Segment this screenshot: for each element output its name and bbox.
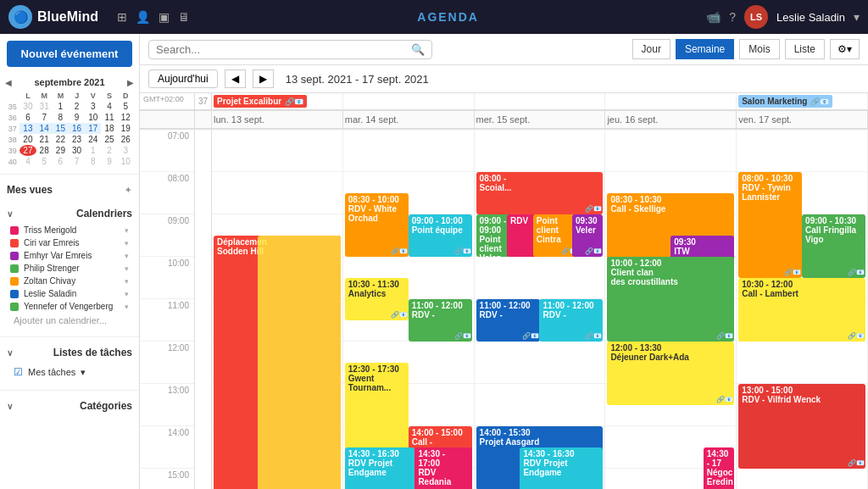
categories-header[interactable]: ∨ Catégories <box>7 397 132 414</box>
mini-cal-day[interactable]: 10 <box>118 156 134 167</box>
mini-cal-day[interactable]: 3 <box>85 101 101 112</box>
mini-cal-day[interactable]: 15 <box>53 123 69 134</box>
mini-cal-day[interactable]: 24 <box>85 134 101 145</box>
monitor-icon[interactable]: 🖥 <box>178 10 190 24</box>
day-col-4[interactable]: ven. 17 sept. <box>737 111 868 129</box>
calendar-item[interactable]: Zoltan Chivay▾ <box>7 275 132 287</box>
calendar-item[interactable]: Leslie Saladin▾ <box>7 287 132 300</box>
mini-cal-day[interactable]: 7 <box>36 112 53 123</box>
day-col-2[interactable]: mer. 15 sept. <box>475 111 606 129</box>
calendar-event[interactable]: 10:30 - 11:30 Analytics 🔗📧 <box>345 278 409 320</box>
hour-slot[interactable] <box>475 130 605 172</box>
mini-cal-day[interactable]: 25 <box>101 134 117 145</box>
mini-cal-day[interactable]: 6 <box>19 112 36 123</box>
calendar-item[interactable]: Philip Strenger▾ <box>7 262 132 275</box>
today-button[interactable]: Aujourd'hui <box>148 69 218 88</box>
mes-taches-item[interactable]: ☑ Mes tâches ▾ <box>14 364 125 380</box>
mini-cal-day[interactable]: 8 <box>53 112 69 123</box>
hour-slot[interactable] <box>343 130 474 172</box>
mini-cal-day[interactable]: 9 <box>69 112 85 123</box>
mini-cal-day[interactable]: 5 <box>36 156 53 167</box>
all-day-event-4-title[interactable]: Salon Marketing <box>742 97 807 106</box>
user-menu-chevron[interactable]: ▾ <box>854 10 860 24</box>
day-col-3[interactable]: jeu. 16 sept. <box>605 111 737 129</box>
person-icon[interactable]: 👤 <box>136 10 150 24</box>
calendar-item[interactable]: Triss Merigold▾ <box>7 224 132 236</box>
view-list-button[interactable]: Liste <box>785 39 825 59</box>
next-week-button[interactable]: ▶ <box>253 69 274 88</box>
mes-vues-header[interactable]: Mes vues ＋ <box>7 181 132 198</box>
hour-slot[interactable] <box>475 384 605 426</box>
calendar-event[interactable]: 11:00 - 12:00 RDV - 🔗📧 <box>409 299 472 342</box>
mini-cal-day[interactable]: 27 <box>19 145 36 156</box>
mini-cal-day[interactable]: 30 <box>19 101 36 112</box>
calendar-item[interactable]: Ciri var Emreis▾ <box>7 236 132 249</box>
mini-cal-day[interactable]: 13 <box>19 123 36 134</box>
hour-slot[interactable] <box>212 172 342 214</box>
mini-cal-day[interactable]: 22 <box>53 134 69 145</box>
mini-cal-day[interactable]: 4 <box>101 101 117 112</box>
mini-cal-day[interactable]: 1 <box>85 145 101 156</box>
calendar-event[interactable]: 08:30 - 10:00 RDV - White Orchad 🔗📧 <box>345 193 409 257</box>
calendar-event[interactable]: 09:00 - 10:00 Point équipe 🔗📧 <box>409 214 472 257</box>
calendar-event[interactable]: 14:30 - 16:30 RDV Projet Endgame 🔗📧 <box>345 447 415 489</box>
calendar-event[interactable]: 10:30 - 12:00 Call - Lambert 🔗📧 <box>738 278 865 342</box>
hour-slot[interactable] <box>737 130 867 172</box>
mini-cal-day[interactable]: 19 <box>118 123 134 134</box>
calendar-event[interactable]: 11:00 - 12:00 RDV - 🔗📧 <box>539 299 603 342</box>
mini-cal-day[interactable]: 9 <box>101 156 117 167</box>
mini-cal-day[interactable]: 1 <box>53 101 69 112</box>
calendar-event[interactable]: 14:30 - 17 Négoc Eredin 🔗📧 <box>704 447 734 489</box>
help-icon[interactable]: ? <box>729 10 736 24</box>
mini-cal-next[interactable]: ▶ <box>127 78 134 87</box>
mini-cal-day[interactable]: 5 <box>118 101 134 112</box>
grid-icon[interactable]: ⊞ <box>117 10 127 24</box>
calendar-event[interactable]: 09:00 - 10:30 Call Fringilla Vigo 🔗📧 <box>802 214 865 278</box>
mini-cal-day[interactable]: 10 <box>85 112 101 123</box>
mini-cal-day[interactable]: 17 <box>85 123 101 134</box>
view-week-button[interactable]: Semaine <box>676 39 734 59</box>
day-col-1[interactable]: mar. 14 sept. <box>343 111 475 129</box>
calendar-event[interactable]: 12:00 - 13:30 Déjeuner Dark+Ada 🔗📧 <box>607 342 734 405</box>
calendar-event[interactable]: 🔗📧 <box>258 236 341 489</box>
hour-slot[interactable] <box>737 469 867 489</box>
view-options-button[interactable]: ⚙▾ <box>830 39 860 59</box>
mini-cal-day[interactable]: 29 <box>53 145 69 156</box>
mini-cal-day[interactable]: 31 <box>36 101 53 112</box>
calendar-event[interactable]: 14:30 - 17:00 RDV Redania 🔗📧 <box>415 447 471 489</box>
calendar-item[interactable]: Yennefer of Vengerberg▾ <box>7 300 132 313</box>
mini-cal-day[interactable]: 7 <box>69 156 85 167</box>
calendar-event[interactable]: 10:00 - 12:00 Client clan des croustilla… <box>607 257 734 342</box>
calendar-event[interactable]: 09:30 Veler 🔗📧 <box>572 214 603 257</box>
hour-slot[interactable] <box>605 130 736 172</box>
user-avatar[interactable]: LS <box>744 5 768 29</box>
hour-slot[interactable] <box>475 342 605 384</box>
listes-taches-header[interactable]: ∨ Listes de tâches <box>7 344 132 361</box>
search-icon[interactable]: 🔍 <box>411 43 425 56</box>
calendriers-header[interactable]: ∨ Calendriers <box>7 205 132 222</box>
mini-cal-day[interactable]: 28 <box>36 145 53 156</box>
mini-cal-day[interactable]: 11 <box>101 112 117 123</box>
mini-cal-day[interactable]: 2 <box>69 101 85 112</box>
mini-cal-day[interactable]: 30 <box>69 145 85 156</box>
mini-cal-day[interactable]: 18 <box>101 123 117 134</box>
search-input[interactable] <box>156 43 411 56</box>
hour-slot[interactable] <box>737 342 867 384</box>
mini-cal-day[interactable]: 12 <box>118 112 134 123</box>
mini-cal-day[interactable]: 21 <box>36 134 53 145</box>
mini-cal-day[interactable]: 3 <box>118 145 134 156</box>
prev-week-button[interactable]: ◀ <box>225 69 246 88</box>
new-event-button[interactable]: Nouvel événement <box>7 41 132 67</box>
mini-cal-day[interactable]: 26 <box>118 134 134 145</box>
calendar-item[interactable]: Emhyr Var Emreis▾ <box>7 249 132 262</box>
calendar-event[interactable]: 11:00 - 12:00 RDV - 🔗📧 <box>476 299 540 342</box>
hour-slot[interactable] <box>212 130 342 172</box>
all-day-event-0-title[interactable]: Projet Excalibur <box>217 97 281 106</box>
mini-cal-day[interactable]: 2 <box>101 145 117 156</box>
view-month-button[interactable]: Mois <box>739 39 779 59</box>
mini-cal-day[interactable]: 6 <box>53 156 69 167</box>
mini-cal-day[interactable]: 14 <box>36 123 53 134</box>
day-col-0[interactable]: lun. 13 sept. <box>212 111 343 129</box>
hour-slot[interactable] <box>475 257 605 299</box>
view-day-button[interactable]: Jour <box>632 39 670 59</box>
